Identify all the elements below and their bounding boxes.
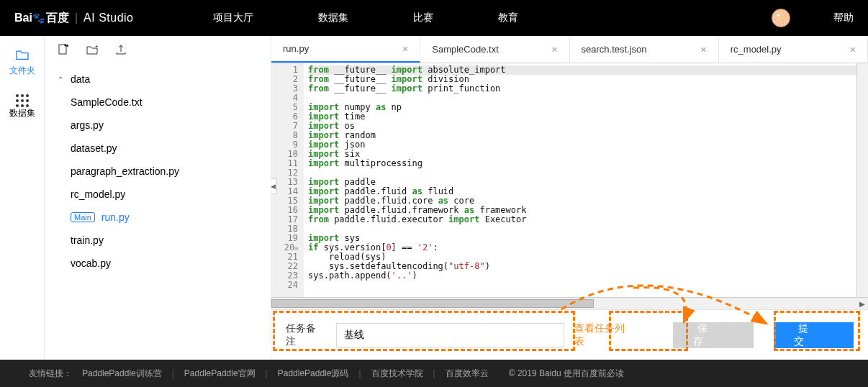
file-item[interactable]: vocab.py — [58, 252, 271, 275]
footer-prefix: 友情链接： — [29, 368, 72, 380]
file-item[interactable]: args.py — [58, 114, 271, 137]
left-rail: 文件夹 数据集 — [0, 36, 45, 360]
footer-link[interactable]: 百度效率云 — [446, 368, 489, 380]
file-toolbar: + + — [45, 36, 271, 63]
close-icon[interactable]: × — [551, 44, 557, 55]
file-sidebar: + + ⌃ data SampleCode.txt args.py datase… — [45, 36, 271, 360]
nav-datasets[interactable]: 数据集 — [318, 12, 348, 24]
close-icon[interactable]: × — [402, 43, 408, 55]
file-item[interactable]: dataset.py — [58, 137, 271, 160]
new-folder-icon[interactable]: + — [86, 44, 98, 55]
file-item-main[interactable]: Main run.py — [58, 206, 271, 229]
task-note-input[interactable] — [336, 323, 564, 347]
save-button[interactable]: 保 存 — [673, 322, 753, 348]
paw-icon: 🐾 — [32, 12, 45, 24]
folder-data[interactable]: ⌃ data — [45, 68, 271, 91]
tab-run-py[interactable]: run.py× — [271, 36, 420, 63]
new-file-icon[interactable]: + — [58, 44, 69, 55]
footer: 友情链接： PaddlePaddle训练营| PaddlePaddle官网| P… — [0, 360, 868, 387]
main-nav: 项目大厅 数据集 比赛 教育 — [213, 12, 518, 24]
view-task-list-link[interactable]: 查看任务列表 — [574, 322, 634, 348]
rail-files[interactable]: 文件夹 — [0, 49, 44, 77]
dataset-icon — [16, 94, 29, 107]
file-item[interactable]: SampleCode.txt — [58, 91, 271, 114]
task-bar: 任务备注 查看任务列表 保 存 提 交 — [271, 309, 868, 360]
footer-link[interactable]: PaddlePaddle训练营 — [82, 368, 162, 380]
editor-tabs: run.py× SampleCode.txt× search.test.json… — [271, 36, 868, 63]
horizontal-scrollbar[interactable]: ◀ ▶ — [271, 297, 868, 309]
nav-education[interactable]: 教育 — [498, 12, 518, 24]
file-item[interactable]: train.py — [58, 229, 271, 252]
scroll-right-icon[interactable]: ▶ — [856, 298, 868, 309]
vertical-scrollbar[interactable] — [856, 63, 868, 297]
task-note-label: 任务备注 — [286, 322, 326, 348]
close-icon[interactable]: × — [850, 44, 856, 55]
editor-area: run.py× SampleCode.txt× search.test.json… — [271, 36, 868, 360]
submit-button[interactable]: 提 交 — [774, 322, 854, 348]
tab-search-json[interactable]: search.test.json× — [570, 36, 719, 63]
rail-datasets[interactable]: 数据集 — [0, 94, 44, 119]
file-item[interactable]: paragraph_extraction.py — [58, 160, 271, 183]
main-badge: Main — [71, 212, 95, 222]
file-tree: ⌃ data SampleCode.txt args.py dataset.py… — [45, 63, 271, 279]
logo-text-studio: AI Studio — [83, 12, 133, 24]
top-header: Bai 🐾 百度 | AI Studio 项目大厅 数据集 比赛 教育 帮助 — [0, 0, 868, 36]
footer-link[interactable]: PaddlePaddle源码 — [278, 368, 349, 380]
nav-project-hall[interactable]: 项目大厅 — [213, 12, 253, 24]
folder-icon — [15, 49, 30, 60]
nav-competition[interactable]: 比赛 — [413, 12, 433, 24]
svg-text:+: + — [95, 44, 98, 50]
logo-text-baidu: 百度 — [46, 11, 69, 26]
footer-link[interactable]: 百度技术学院 — [371, 368, 423, 380]
code-content[interactable]: from __future__ import absolute_importfr… — [304, 63, 856, 297]
scroll-thumb[interactable] — [271, 299, 594, 308]
code-editor[interactable]: ◀ 1234567891011121314151617181920⊟212223… — [271, 63, 868, 297]
close-icon[interactable]: × — [701, 44, 707, 55]
tab-samplecode[interactable]: SampleCode.txt× — [420, 36, 569, 63]
footer-copyright: © 2019 Baidu 使用百度前必读 — [509, 368, 624, 380]
upload-icon[interactable] — [115, 44, 127, 55]
logo-separator: | — [75, 12, 78, 24]
logo[interactable]: Bai 🐾 百度 | AI Studio — [14, 11, 134, 26]
file-item[interactable]: rc_model.py — [58, 183, 271, 206]
tab-rcmodel[interactable]: rc_model.py× — [719, 36, 868, 63]
svg-text:+: + — [65, 44, 69, 49]
help-link[interactable]: 帮助 — [833, 12, 854, 24]
avatar[interactable] — [772, 9, 790, 27]
collapse-gutter-icon[interactable]: ◀ — [271, 178, 277, 194]
logo-text-bai: Bai — [14, 12, 32, 24]
footer-link[interactable]: PaddlePaddle官网 — [184, 368, 256, 380]
chevron-icon: ⌃ — [58, 76, 65, 83]
